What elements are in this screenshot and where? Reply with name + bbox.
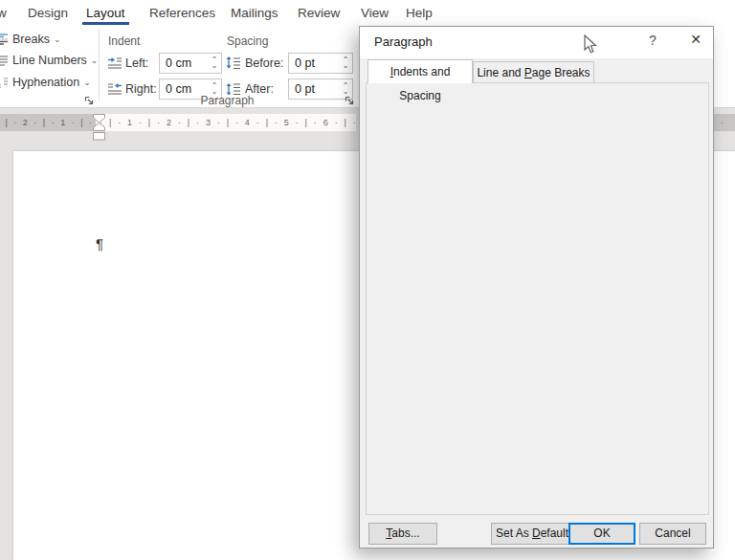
chevron-down-icon: ⌄ [54,34,61,44]
line-numbers-icon: 12 [0,54,9,67]
ribbon-tab-row: w Design Layout References Mailings Revi… [0,0,735,27]
indent-left-icon [107,56,122,70]
tab-layout[interactable]: Layout [84,0,127,26]
indent-left-input[interactable]: 0 cm ⌃⌄ [159,53,222,74]
tab-line-and-page-breaks[interactable]: Line and Page Breaks [473,61,594,83]
indent-markers[interactable] [92,114,107,143]
hyphenation-button[interactable]: a-bc Hyphenation ⌄ [0,73,91,92]
spacing-before-value[interactable]: 0 pt [289,56,339,70]
indent-left-value[interactable]: 0 cm [160,56,208,70]
indent-left-label: Left: [125,53,148,74]
page-setup-dialog-launcher-icon[interactable] [83,95,95,106]
cancel-button[interactable]: Cancel [639,523,706,545]
breaks-label: Breaks [12,33,50,46]
paragraph-group-label: Paragraph [99,94,356,107]
tab-help[interactable]: Help [404,0,434,26]
hanging-indent-marker[interactable] [94,123,105,131]
hyphenation-label: Hyphenation [12,76,79,89]
spacing-before-spinner[interactable]: ⌃⌄ [339,57,352,69]
tab-clipped[interactable]: w [0,0,9,26]
breaks-icon [0,33,9,46]
spacing-before-input[interactable]: 0 pt ⌃⌄ [288,53,353,74]
indent-left-spinner[interactable]: ⌃⌄ [208,57,221,69]
breaks-button[interactable]: Breaks ⌄ [0,30,60,49]
dialog-titlebar[interactable]: Paragraph ? ✕ [360,27,713,58]
chevron-down-icon: ⌄ [91,56,99,65]
tab-indents-and-spacing[interactable]: Indents and Spacing [368,59,473,83]
pilcrow-mark: ¶ [96,235,103,252]
paragraph-dialog: Paragraph ? ✕ Indents and Spacing Line a… [359,26,714,549]
spacing-before-label: Before: [245,53,283,74]
tab-mailings[interactable]: Mailings [229,0,280,26]
dialog-tab-panel [366,82,709,515]
tabs-button[interactable]: Tabs... [368,523,437,545]
paragraph-dialog-launcher-icon[interactable] [344,95,355,106]
line-numbers-button[interactable]: 12 Line Numbers ⌄ [0,51,98,70]
spacing-before-icon [226,56,241,71]
hyphenation-icon: a-bc [0,76,9,89]
help-icon[interactable]: ? [643,33,662,52]
set-as-default-button[interactable]: Set As Default [491,523,573,545]
tab-review[interactable]: Review [296,0,342,26]
mouse-cursor [584,34,597,55]
line-numbers-label: Line Numbers [12,54,87,67]
tab-design[interactable]: Design [26,0,70,26]
close-icon[interactable]: ✕ [685,32,706,53]
ok-button[interactable]: OK [568,523,635,545]
svg-text:bc: bc [0,82,2,89]
chevron-down-icon: ⌄ [83,78,91,87]
word-window: w Design Layout References Mailings Revi… [0,0,735,560]
left-indent-marker[interactable] [94,133,105,141]
group-divider [99,29,100,101]
spacing-section-title: Spacing [227,34,268,48]
tab-view[interactable]: View [359,0,390,26]
ruler[interactable]: · | · 1 · | · 2 · | · 3 · | · 4 · | · 5 … [96,114,356,131]
tab-references[interactable]: References [147,0,217,26]
dialog-title: Paragraph [374,34,433,49]
first-line-indent-marker[interactable] [94,115,105,123]
indent-section-title: Indent [108,34,140,48]
ruler-margin-section[interactable]: | · 2 · | · 1 · | · [0,114,96,131]
